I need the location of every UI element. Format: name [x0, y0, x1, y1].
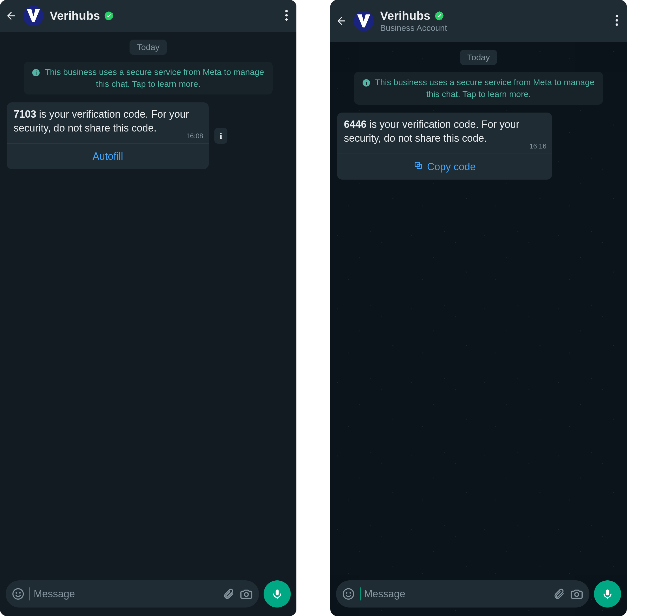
copy-code-button[interactable]: Copy code: [337, 154, 552, 180]
composer: [0, 575, 296, 616]
verification-code: 6446: [344, 119, 367, 130]
verified-badge-icon: [104, 11, 114, 21]
mic-button[interactable]: [264, 580, 291, 608]
input-pill[interactable]: [336, 580, 589, 608]
message-bubble[interactable]: 6446 is your verification code. For your…: [337, 113, 552, 180]
phone-chat-right: Verihubs Business Account Today i This b…: [330, 0, 627, 616]
verification-code: 7103: [14, 108, 36, 120]
input-pill[interactable]: [6, 580, 259, 608]
svg-point-16: [575, 593, 578, 596]
text-cursor: [360, 587, 361, 600]
chat-header[interactable]: Verihubs: [0, 0, 296, 32]
svg-point-8: [616, 15, 618, 18]
text-cursor: [29, 587, 30, 600]
message-rest: is your verification code. For your secu…: [344, 119, 519, 144]
verified-badge-icon: [434, 11, 444, 21]
emoji-icon[interactable]: [12, 588, 24, 600]
svg-point-2: [285, 18, 288, 21]
system-notice[interactable]: i This business uses a secure service fr…: [354, 72, 603, 105]
chat-avatar[interactable]: [23, 6, 44, 26]
action-label: Autofill: [92, 150, 123, 162]
more-options-button[interactable]: [282, 7, 291, 25]
autofill-button[interactable]: Autofill: [7, 144, 209, 169]
attach-icon[interactable]: [553, 588, 565, 600]
chat-subtitle: Business Account: [380, 23, 606, 33]
phone-chat-left: Verihubs Today i This business uses a se…: [0, 0, 296, 616]
message-info-button[interactable]: i: [214, 128, 227, 144]
svg-point-4: [16, 592, 17, 594]
date-chip: Today: [130, 40, 167, 55]
action-label: Copy code: [427, 161, 476, 173]
message-time: 16:16: [529, 142, 546, 150]
emoji-icon[interactable]: [342, 588, 355, 600]
chat-avatar[interactable]: [354, 11, 374, 31]
message-input[interactable]: [364, 588, 548, 600]
back-button[interactable]: [335, 15, 347, 27]
svg-point-13: [343, 589, 354, 599]
svg-point-0: [285, 10, 288, 12]
message-text: 7103 is your verification code. For your…: [14, 107, 202, 141]
attach-icon[interactable]: [222, 588, 235, 600]
copy-icon: [413, 161, 423, 173]
camera-icon[interactable]: [240, 587, 253, 600]
message-time: 16:08: [186, 132, 203, 140]
camera-icon[interactable]: [570, 587, 583, 600]
svg-point-9: [616, 19, 618, 22]
chat-title[interactable]: Verihubs: [50, 9, 100, 23]
message-input[interactable]: [34, 588, 217, 600]
svg-point-15: [350, 592, 351, 594]
svg-point-14: [346, 592, 348, 594]
info-icon: i: [32, 69, 40, 76]
message-text: 6446 is your verification code. For your…: [344, 118, 545, 151]
mic-button[interactable]: [594, 580, 621, 608]
message-bubble[interactable]: 7103 is your verification code. For your…: [7, 102, 209, 169]
back-button[interactable]: [5, 10, 17, 22]
system-notice-text: This business uses a secure service from…: [375, 77, 594, 99]
chat-body[interactable]: Today i This business uses a secure serv…: [0, 32, 296, 575]
system-notice[interactable]: i This business uses a secure service fr…: [24, 62, 273, 94]
system-notice-text: This business uses a secure service from…: [45, 67, 264, 89]
svg-point-5: [19, 592, 21, 594]
message-rest: is your verification code. For your secu…: [14, 108, 189, 134]
info-icon: i: [363, 79, 370, 87]
svg-point-6: [244, 593, 248, 596]
svg-point-10: [616, 23, 618, 26]
chat-header[interactable]: Verihubs Business Account: [330, 0, 627, 42]
svg-point-3: [13, 589, 23, 599]
chat-body[interactable]: Today i This business uses a secure serv…: [330, 42, 627, 575]
more-options-button[interactable]: [613, 12, 621, 30]
svg-point-1: [285, 14, 288, 17]
date-chip: Today: [460, 50, 497, 65]
chat-title[interactable]: Verihubs: [380, 9, 430, 23]
composer: [330, 575, 627, 616]
